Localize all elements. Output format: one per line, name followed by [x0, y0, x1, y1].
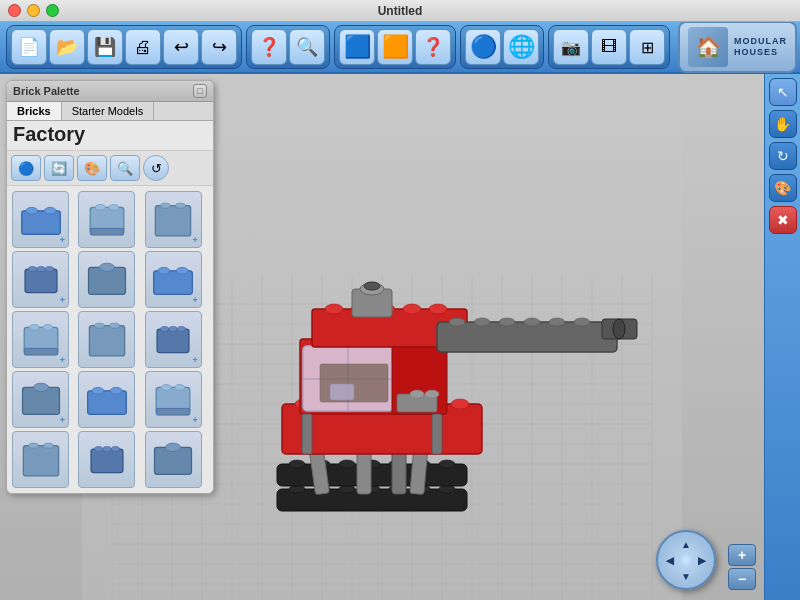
brick-item-13[interactable] [12, 431, 69, 488]
svg-point-98 [439, 460, 455, 468]
filter-all-button[interactable]: 🔵 [11, 155, 41, 181]
svg-point-133 [613, 319, 625, 339]
svg-rect-140 [330, 384, 354, 400]
svg-point-92 [289, 460, 305, 468]
titlebar: Untitled [0, 0, 800, 22]
nav-center[interactable] [679, 553, 693, 567]
svg-point-27 [161, 326, 169, 331]
palette-tabs: Bricks Starter Models [7, 102, 213, 121]
delete-tool-button[interactable]: ✖ [769, 206, 797, 234]
svg-rect-16 [154, 270, 193, 294]
main-toolbar: 📄 📂 💾 🖨 ↩ ↪ ❓ 🔍 🟦 🟧 ❓ 🔵 🌐 📷 🎞 ⊞ 🏠 MODULA… [0, 22, 800, 74]
info-button[interactable]: 🔍 [289, 29, 325, 65]
tab-starter-models[interactable]: Starter Models [62, 102, 155, 120]
svg-point-8 [161, 203, 171, 208]
filter-reset-button[interactable]: ↺ [143, 155, 169, 181]
new-button[interactable]: 📄 [11, 29, 47, 65]
brick-item-1[interactable]: + [12, 191, 69, 248]
file-toolbar-group: 📄 📂 💾 🖨 ↩ ↪ [6, 25, 242, 69]
save-button[interactable]: 💾 [87, 29, 123, 65]
question-button[interactable]: ❓ [415, 29, 451, 65]
svg-rect-122 [437, 322, 617, 352]
nav-left-button[interactable]: ◀ [662, 552, 678, 568]
nav-right-button[interactable]: ▶ [694, 552, 710, 568]
palette-close-button[interactable]: □ [193, 84, 207, 98]
tab-bricks[interactable]: Bricks [7, 102, 62, 120]
svg-point-33 [92, 387, 104, 394]
brick-item-6[interactable]: + [145, 251, 202, 308]
camera-button[interactable]: 📷 [553, 29, 589, 65]
add-shape-button[interactable]: 🟧 [377, 29, 413, 65]
zoom-out-button[interactable]: − [728, 568, 756, 590]
main-area: Brick Palette □ Bricks Starter Models Fa… [0, 74, 800, 600]
print-button[interactable]: 🖨 [125, 29, 161, 65]
svg-point-5 [109, 204, 119, 210]
svg-point-4 [95, 204, 105, 210]
svg-point-128 [574, 318, 590, 326]
rotate-view-button[interactable]: 🔵 [465, 29, 501, 65]
add-toolbar-group: 🟦 🟧 ❓ [334, 25, 456, 69]
right-toolbar: ↖ ✋ ↻ 🎨 ✖ [764, 74, 800, 600]
redo-button[interactable]: ↪ [201, 29, 237, 65]
globe-button[interactable]: 🌐 [503, 29, 539, 65]
svg-point-25 [109, 323, 119, 328]
svg-point-13 [45, 266, 53, 271]
svg-point-94 [339, 460, 355, 468]
nav-empty-tl [662, 536, 678, 552]
svg-point-120 [403, 304, 421, 314]
nav-down-button[interactable]: ▼ [678, 568, 694, 584]
brick-item-8[interactable] [78, 311, 135, 368]
help-button[interactable]: ❓ [251, 29, 287, 65]
filter-color-button[interactable]: 🎨 [77, 155, 107, 181]
color-tool-button[interactable]: 🎨 [769, 174, 797, 202]
brick-item-14[interactable] [78, 431, 135, 488]
svg-rect-7 [156, 205, 191, 235]
svg-rect-26 [157, 329, 189, 353]
brick-item-4[interactable]: + [12, 251, 69, 308]
svg-point-24 [94, 323, 104, 328]
add-brick-button[interactable]: 🟦 [339, 29, 375, 65]
maximize-button[interactable] [46, 4, 59, 17]
brick-item-7[interactable]: + [12, 311, 69, 368]
filter-row: 🔵 🔄 🎨 🔍 ↺ [7, 151, 213, 186]
open-button[interactable]: 📂 [49, 29, 85, 65]
filter-recent-button[interactable]: 🔄 [44, 155, 74, 181]
svg-point-121 [429, 304, 447, 314]
brick-item-15[interactable] [145, 431, 202, 488]
select-tool-button[interactable]: ↖ [769, 78, 797, 106]
modular-icon: 🏠 [688, 27, 728, 67]
palette-grid-container[interactable]: ++++++++ [7, 186, 213, 493]
brick-item-3[interactable]: + [145, 191, 202, 248]
nav-empty-bl [662, 568, 678, 584]
brick-item-11[interactable] [78, 371, 135, 428]
brick-item-12[interactable]: + [145, 371, 202, 428]
filter-search-button[interactable]: 🔍 [110, 155, 140, 181]
svg-point-124 [474, 318, 490, 326]
window-title: Untitled [378, 4, 423, 18]
modular-label: MODULAR HOUSES [734, 36, 787, 58]
svg-point-47 [166, 443, 181, 451]
film-button[interactable]: 🎞 [591, 29, 627, 65]
zoom-in-button[interactable]: + [728, 544, 756, 566]
svg-point-20 [29, 324, 39, 330]
rotate-tool-button[interactable]: ↻ [769, 142, 797, 170]
nav-up-button[interactable]: ▲ [678, 536, 694, 552]
svg-point-110 [451, 399, 469, 409]
minimize-button[interactable] [27, 4, 40, 17]
svg-point-137 [410, 390, 424, 398]
close-button[interactable] [8, 4, 21, 17]
navigation-control[interactable]: ▲ ◀ ▶ ▼ [656, 530, 716, 590]
brick-item-2[interactable] [78, 191, 135, 248]
undo-button[interactable]: ↩ [163, 29, 199, 65]
nav-empty-br [694, 568, 710, 584]
svg-point-31 [33, 383, 48, 391]
brick-grid: ++++++++ [9, 188, 211, 491]
move-tool-button[interactable]: ✋ [769, 110, 797, 138]
modular-houses-badge[interactable]: 🏠 MODULAR HOUSES [678, 21, 797, 73]
svg-point-21 [42, 324, 52, 330]
brick-item-9[interactable]: + [145, 311, 202, 368]
svg-point-17 [158, 267, 170, 274]
grid-button[interactable]: ⊞ [629, 29, 665, 65]
brick-item-10[interactable]: + [12, 371, 69, 428]
brick-item-5[interactable] [78, 251, 135, 308]
